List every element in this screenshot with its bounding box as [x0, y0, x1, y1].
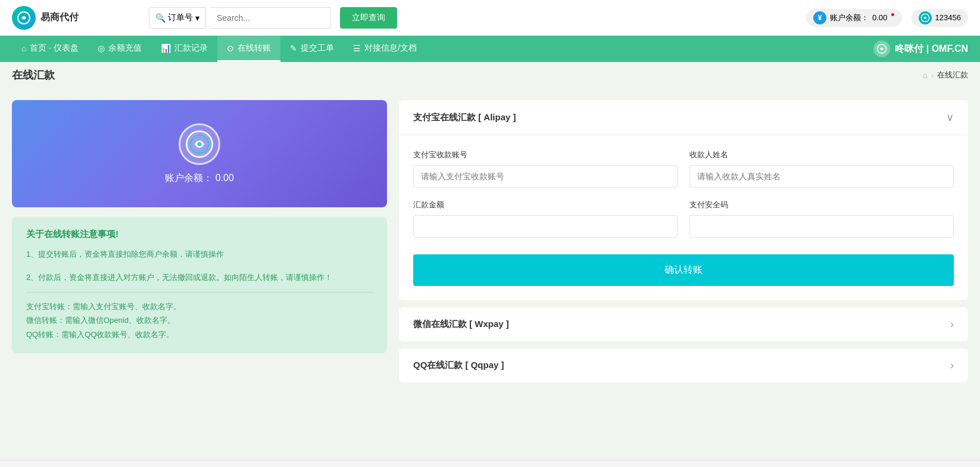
wxpay-expand-icon: ›	[950, 318, 954, 331]
alipay-account-group: 支付宝收款账号	[413, 150, 678, 188]
nav-item-history[interactable]: 📊 汇款记录	[151, 36, 217, 62]
nav-item-docs[interactable]: ☰ 对接信息/文档	[344, 36, 426, 62]
balance-badge: ¥ 账户余额： 0.00 •	[806, 9, 902, 27]
svg-point-5	[198, 142, 202, 146]
alipay-account-label: 支付宝收款账号	[413, 150, 678, 160]
alipay-title: 支付宝在线汇款 [ Alipay ]	[413, 112, 516, 123]
recharge-icon: ◎	[98, 43, 105, 53]
alipay-confirm-button[interactable]: 确认转账	[413, 254, 954, 286]
balance-label: 账户余额：	[830, 13, 869, 23]
alipay-amount-input[interactable]	[413, 215, 678, 238]
notice-title: 关于在线转账注意事项!	[26, 229, 373, 240]
alipay-form-row-2: 汇款金额 支付安全码	[413, 200, 954, 238]
account-logo	[179, 123, 220, 165]
alipay-account-input[interactable]	[413, 165, 678, 188]
nav-brand: 咚咪付 | OMF.CN	[873, 41, 968, 57]
nav-label-ticket: 提交工单	[301, 43, 334, 54]
search-button[interactable]: 立即查询	[340, 7, 397, 29]
search-input[interactable]	[211, 8, 330, 28]
notice-detail-wechat: 微信转账：需输入微信Openid、收款名字。	[26, 313, 373, 327]
right-panel: 支付宝在线汇款 [ Alipay ] ∨ 支付宝收款账号 收款人姓名	[399, 100, 968, 448]
alipay-amount-group: 汇款金额	[413, 200, 678, 238]
logo-icon	[12, 6, 36, 30]
notice-divider	[26, 292, 373, 292]
nav-item-recharge[interactable]: ◎ 余额充值	[88, 36, 151, 62]
alipay-security-group: 支付安全码	[689, 200, 954, 238]
nav-brand-label: 咚咪付 | OMF.CN	[895, 43, 968, 55]
left-panel: 账户余额： 0.00 关于在线转账注意事项! 1、提交转账后，资金将直接扣除您商…	[12, 100, 387, 448]
search-area: 🔍 订单号 ▾ 立即查询	[149, 7, 397, 29]
user-badge: 123456	[912, 9, 968, 27]
alipay-name-label: 收款人姓名	[689, 150, 954, 160]
notice-card: 关于在线转账注意事项! 1、提交转账后，资金将直接扣除您商户余额，请谨慎操作 2…	[12, 217, 387, 353]
logo-area: 易商代付	[12, 6, 131, 30]
alipay-name-group: 收款人姓名	[689, 150, 954, 188]
page-title: 在线汇款	[12, 68, 55, 82]
nav-label-history: 汇款记录	[174, 43, 208, 54]
search-type-label: 订单号	[168, 13, 193, 23]
breadcrumb: ⌂ › 在线汇款	[923, 70, 968, 80]
alipay-name-input[interactable]	[689, 165, 954, 188]
main-nav: ⌂ 首页 · 仪表盘 ◎ 余额充值 📊 汇款记录 ⊙ 在线转账 ✎ 提交工单 ☰…	[0, 36, 980, 62]
ticket-icon: ✎	[290, 43, 297, 53]
search-input-wrapper	[211, 7, 330, 29]
account-balance-label: 账户余额：	[165, 173, 213, 183]
alipay-collapse-icon: ∨	[946, 111, 954, 124]
qqpay-expand-icon: ›	[950, 359, 954, 372]
breadcrumb-bar: 在线汇款 ⌂ › 在线汇款	[0, 62, 980, 88]
breadcrumb-separator: ›	[931, 71, 934, 80]
user-id: 123456	[935, 13, 961, 22]
search-icon: 🔍	[155, 13, 166, 23]
main-content: 账户余额： 0.00 关于在线转账注意事项! 1、提交转账后，资金将直接扣除您商…	[0, 88, 980, 460]
breadcrumb-home-icon: ⌂	[923, 71, 928, 80]
footer: 2021 © CopyRight 2020 · 易商代付 (espay.Cn) …	[0, 460, 980, 467]
nav-label-docs: 对接信息/文档	[364, 43, 417, 54]
transfer-icon: ⊙	[227, 43, 234, 53]
breadcrumb-current: 在线汇款	[937, 70, 968, 80]
header-right: ¥ 账户余额： 0.00 • 123456	[806, 9, 968, 27]
logo-text: 易商代付	[40, 11, 79, 24]
account-card: 账户余额： 0.00	[12, 100, 387, 207]
qqpay-header[interactable]: QQ在线汇款 [ Qqpay ] ›	[399, 348, 968, 382]
search-type-dropdown[interactable]: 🔍 订单号 ▾	[149, 7, 206, 29]
notice-item-1: 1、提交转账后，资金将直接扣除您商户余额，请谨慎操作	[26, 247, 373, 261]
notice-detail-alipay: 支付宝转账：需输入支付宝账号、收款名字。	[26, 300, 373, 313]
nav-label-dashboard: 首页 · 仪表盘	[30, 43, 79, 54]
notification-dot: •	[891, 9, 894, 21]
notice-item-2: 2、付款后，资金将直接进入对方账户，无法撤回或退款。如向陌生人转账，请谨慎操作！	[26, 270, 373, 284]
wxpay-title: 微信在线汇款 [ Wxpay ]	[413, 319, 509, 330]
notice-details: 支付宝转账：需输入支付宝账号、收款名字。 微信转账：需输入微信Openid、收款…	[26, 300, 373, 341]
dropdown-arrow-icon: ▾	[195, 13, 199, 23]
nav-brand-icon	[873, 41, 890, 57]
history-icon: 📊	[161, 43, 171, 53]
alipay-amount-label: 汇款金额	[413, 200, 678, 210]
user-avatar-icon	[919, 11, 932, 24]
home-icon: ⌂	[21, 43, 26, 53]
nav-item-transfer[interactable]: ⊙ 在线转账	[217, 36, 280, 62]
alipay-security-input[interactable]	[689, 215, 954, 238]
nav-label-recharge: 余额充值	[108, 43, 142, 54]
alipay-header[interactable]: 支付宝在线汇款 [ Alipay ] ∨	[399, 100, 968, 135]
qqpay-section: QQ在线汇款 [ Qqpay ] ›	[399, 348, 968, 382]
nav-label-transfer: 在线转账	[238, 43, 271, 54]
notice-detail-qq: QQ转账：需输入QQ收款账号、收款名字。	[26, 328, 373, 341]
balance-icon: ¥	[813, 11, 826, 24]
alipay-security-label: 支付安全码	[689, 200, 954, 210]
qqpay-title: QQ在线汇款 [ Qqpay ]	[413, 360, 504, 371]
account-balance-value: 0.00	[216, 173, 234, 183]
nav-item-ticket[interactable]: ✎ 提交工单	[280, 36, 344, 62]
wxpay-section: 微信在线汇款 [ Wxpay ] ›	[399, 307, 968, 341]
balance-value: 0.00	[872, 13, 887, 22]
docs-icon: ☰	[353, 43, 361, 53]
wxpay-header[interactable]: 微信在线汇款 [ Wxpay ] ›	[399, 307, 968, 341]
account-balance: 账户余额： 0.00	[165, 172, 234, 185]
header: 易商代付 🔍 订单号 ▾ 立即查询 ¥ 账户余额： 0.00 • 1234	[0, 0, 980, 36]
alipay-section: 支付宝在线汇款 [ Alipay ] ∨ 支付宝收款账号 收款人姓名	[399, 100, 968, 300]
alipay-form: 支付宝收款账号 收款人姓名 汇款金额 支付安全码	[399, 135, 968, 300]
alipay-form-row-1: 支付宝收款账号 收款人姓名	[413, 150, 954, 188]
nav-item-dashboard[interactable]: ⌂ 首页 · 仪表盘	[12, 36, 88, 62]
